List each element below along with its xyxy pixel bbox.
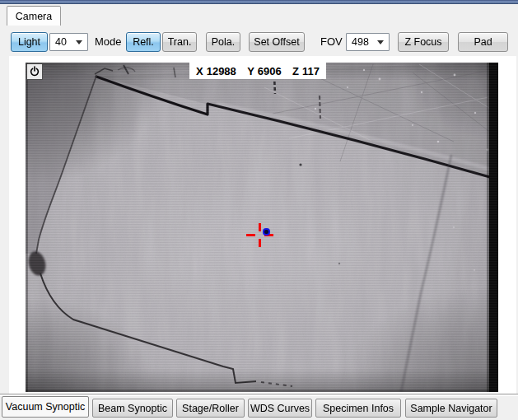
tab-beam-synoptic[interactable]: Beam Synoptic: [92, 399, 173, 418]
fov-value: 498: [352, 36, 369, 48]
light-level-value: 40: [55, 36, 67, 48]
chevron-down-icon: [76, 40, 82, 44]
stage-position-overlay: X 12988 Y 6906 Z 117: [189, 63, 326, 79]
tab-camera-label: Camera: [16, 11, 52, 22]
camera-feed-image[interactable]: X 12988 Y 6906 Z 117: [26, 63, 498, 392]
tab-sample-navigator[interactable]: Sample Navigator: [405, 399, 497, 418]
light-level-combobox[interactable]: 40: [49, 33, 88, 51]
reflected-mode-button[interactable]: Refl.: [126, 32, 161, 52]
crosshair-bottom-arm: [259, 239, 261, 247]
stage-x-readout: X 12988: [196, 65, 236, 77]
pad-button-label: Pad: [474, 36, 492, 48]
chevron-down-icon: [377, 40, 384, 44]
power-button[interactable]: [26, 63, 43, 80]
z-value: 117: [302, 65, 320, 77]
beam-marker-icon: [263, 228, 270, 236]
tab-label: Beam Synoptic: [98, 403, 167, 414]
set-offset-button-label: Set Offset: [254, 36, 299, 48]
pad-button[interactable]: Pad: [458, 32, 508, 52]
crosshair-top-arm: [259, 223, 261, 231]
tab-label: Sample Navigator: [410, 403, 492, 414]
tab-vacuum-synoptic[interactable]: Vacuum Synoptic: [2, 396, 89, 418]
stage-y-readout: Y 6906: [247, 65, 282, 77]
tab-specimen-infos[interactable]: Specimen Infos: [315, 399, 401, 418]
tab-label: WDS Curves: [250, 403, 310, 414]
tab-strip: Camera: [0, 4, 518, 26]
tab-label: Specimen Infos: [323, 403, 394, 414]
polarizer-button[interactable]: Pola.: [206, 32, 240, 52]
z-label: Z: [292, 65, 299, 77]
tab-wds-curves[interactable]: WDS Curves: [248, 399, 312, 418]
camera-feed-frame: [26, 63, 498, 392]
fov-combobox[interactable]: 498: [346, 33, 390, 51]
set-offset-button[interactable]: Set Offset: [249, 32, 305, 52]
tab-camera[interactable]: Camera: [7, 6, 61, 26]
light-button-label: Light: [18, 36, 40, 48]
x-value: 12988: [207, 65, 236, 77]
transmitted-button-label: Tran.: [168, 36, 192, 48]
z-focus-button[interactable]: Z Focus: [398, 32, 449, 52]
tab-label: Stage/Roller: [182, 403, 239, 414]
z-focus-button-label: Z Focus: [404, 36, 441, 48]
y-value: 6906: [258, 65, 282, 77]
camera-panel: X 12988 Y 6906 Z 117: [9, 56, 516, 394]
polarizer-button-label: Pola.: [212, 36, 236, 48]
power-icon: [29, 66, 40, 77]
x-label: X: [196, 65, 203, 77]
fov-label: FOV: [320, 35, 343, 48]
tab-stage-roller[interactable]: Stage/Roller: [176, 399, 245, 418]
light-toggle-button[interactable]: Light: [11, 32, 48, 52]
camera-toolbar: Light 40 Mode Refl. Tran. Pola. Set Offs…: [0, 26, 518, 56]
y-label: Y: [247, 65, 254, 77]
crosshair-left-arm: [246, 234, 255, 236]
stage-z-readout: Z 117: [292, 65, 320, 77]
mode-label: Mode: [95, 35, 122, 48]
transmitted-mode-button[interactable]: Tran.: [162, 32, 197, 52]
tab-label: Vacuum Synoptic: [6, 401, 85, 413]
reflected-button-label: Refl.: [133, 36, 154, 48]
